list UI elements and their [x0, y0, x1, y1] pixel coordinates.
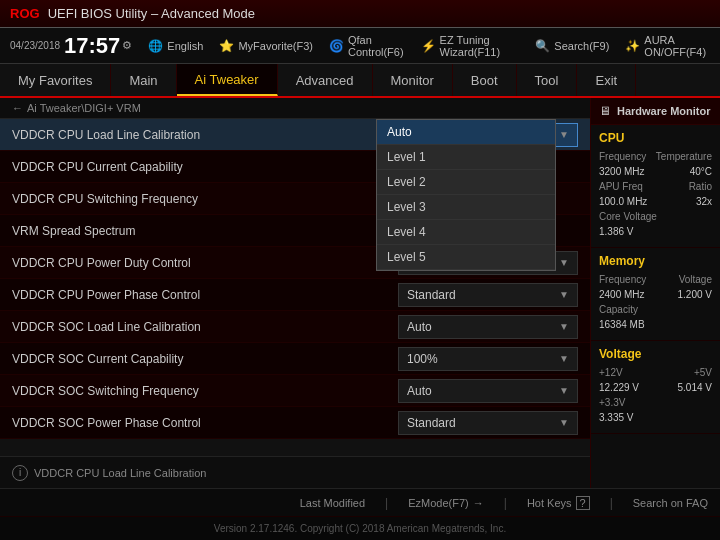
hw-monitor-header: 🖥 Hardware Monitor — [591, 98, 720, 125]
hw-core-volt-row: Core Voltage — [599, 211, 712, 222]
settings-icon[interactable]: ⚙ — [122, 39, 132, 52]
setting-value-text-7: Auto — [407, 320, 432, 334]
hw-monitor-title: Hardware Monitor — [617, 105, 711, 117]
nav-main[interactable]: Main — [111, 64, 176, 96]
hot-keys-button[interactable]: Hot Keys ? — [527, 496, 590, 510]
nav-ai-tweaker[interactable]: Ai Tweaker — [177, 64, 278, 96]
dropdown-option-level4[interactable]: Level 4 — [377, 220, 555, 245]
dropdown-arrow-9: ▼ — [559, 385, 569, 396]
setting-dropdown-6[interactable]: Standard ▼ — [398, 283, 578, 307]
setting-dropdown-8[interactable]: 100% ▼ — [398, 347, 578, 371]
copyright-text: Version 2.17.1246. Copyright (C) 2018 Am… — [214, 523, 506, 534]
tuning-icon: ⚡ — [421, 39, 436, 53]
language-icon: 🌐 — [148, 39, 163, 53]
hw-cpu-section: CPU Frequency Temperature 3200 MHz 40°C … — [591, 125, 720, 248]
dropdown-option-level5[interactable]: Level 5 — [377, 245, 555, 270]
fan-icon: 🌀 — [329, 39, 344, 53]
hw-core-volt-val: 1.386 V — [599, 226, 633, 237]
setting-dropdown-9[interactable]: Auto ▼ — [398, 379, 578, 403]
hardware-monitor-panel: 🖥 Hardware Monitor CPU Frequency Tempera… — [590, 98, 720, 488]
search-label: Search(F9) — [554, 40, 609, 52]
hw-apu-freq-val: 100.0 MHz — [599, 196, 647, 207]
hw-mem-freq-val-row: 2400 MHz 1.200 V — [599, 289, 712, 300]
hot-keys-icon: ? — [576, 496, 590, 510]
setting-label-5: VDDCR CPU Power Duty Control — [12, 256, 398, 270]
setting-label-7: VDDCR SOC Load Line Calibration — [12, 320, 398, 334]
hw-memory-title: Memory — [599, 254, 712, 268]
dropdown-menu: Auto Level 1 Level 2 Level 3 Level 4 Lev… — [376, 119, 556, 271]
breadcrumb-path: Ai Tweaker\DIGI+ VRM — [27, 102, 141, 114]
dropdown-arrow-1: ▼ — [559, 129, 569, 140]
dropdown-option-level2[interactable]: Level 2 — [377, 170, 555, 195]
setting-value-text-9: Auto — [407, 384, 432, 398]
status-bar: Last Modified | EzMode(F7) → | Hot Keys … — [0, 488, 720, 516]
setting-label-6: VDDCR CPU Power Phase Control — [12, 288, 398, 302]
hw-12v-label-row: +12V +5V — [599, 367, 712, 378]
qfan-control-button[interactable]: 🌀 Qfan Control(F6) — [329, 34, 405, 58]
title-bar: ROG UEFI BIOS Utility – Advanced Mode — [0, 0, 720, 28]
hw-voltage-section: Voltage +12V +5V 12.229 V 5.014 V +3.3V … — [591, 341, 720, 434]
dropdown-option-auto[interactable]: Auto — [377, 120, 555, 145]
setting-dropdown-7[interactable]: Auto ▼ — [398, 315, 578, 339]
aura-label: AURA ON/OFF(F4) — [644, 34, 710, 58]
my-favorite-button[interactable]: ⭐ MyFavorite(F3) — [219, 39, 313, 53]
hw-mem-cap-val-row: 16384 MB — [599, 319, 712, 330]
ez-tuning-button[interactable]: ⚡ EZ Tuning Wizard(F11) — [421, 34, 520, 58]
hw-mem-freq-val: 2400 MHz — [599, 289, 645, 300]
status-sep-1: | — [385, 496, 388, 510]
aura-icon: ✨ — [625, 39, 640, 53]
last-modified-button[interactable]: Last Modified — [300, 497, 365, 509]
nav-boot[interactable]: Boot — [453, 64, 517, 96]
breadcrumb: ← Ai Tweaker\DIGI+ VRM — [0, 98, 590, 119]
main-panel: ← Ai Tweaker\DIGI+ VRM VDDCR CPU Load Li… — [0, 98, 590, 488]
search-button[interactable]: 🔍 Search(F9) — [535, 39, 609, 53]
setting-label-8: VDDCR SOC Current Capability — [12, 352, 398, 366]
setting-row-8: VDDCR SOC Current Capability 100% ▼ — [0, 343, 590, 375]
hw-cpu-freq-val: 3200 MHz — [599, 166, 645, 177]
nav-advanced[interactable]: Advanced — [278, 64, 373, 96]
setting-row-1: VDDCR CPU Load Line Calibration Auto ▼ A… — [0, 119, 590, 151]
hw-mem-freq-label-row: Frequency Voltage — [599, 274, 712, 285]
search-icon: 🔍 — [535, 39, 550, 53]
setting-row-7: VDDCR SOC Load Line Calibration Auto ▼ — [0, 311, 590, 343]
my-favorite-label: MyFavorite(F3) — [238, 40, 313, 52]
dropdown-arrow-8: ▼ — [559, 353, 569, 364]
nav-exit[interactable]: Exit — [577, 64, 636, 96]
aura-button[interactable]: ✨ AURA ON/OFF(F4) — [625, 34, 710, 58]
status-sep-2: | — [504, 496, 507, 510]
nav-my-favorites[interactable]: My Favorites — [0, 64, 111, 96]
nav-bar: My Favorites Main Ai Tweaker Advanced Mo… — [0, 64, 720, 98]
setting-value-text-8: 100% — [407, 352, 438, 366]
nav-monitor[interactable]: Monitor — [373, 64, 453, 96]
hw-33v-label-row: +3.3V — [599, 397, 712, 408]
ez-mode-label: EzMode(F7) — [408, 497, 469, 509]
hw-core-volt-val-row: 1.386 V — [599, 226, 712, 237]
search-faq-button[interactable]: Search on FAQ — [633, 497, 708, 509]
setting-dropdown-10[interactable]: Standard ▼ — [398, 411, 578, 435]
hw-mem-volt-label: Voltage — [679, 274, 712, 285]
hw-mem-freq-label: Frequency — [599, 274, 646, 285]
top-bar-items: 🌐 English ⭐ MyFavorite(F3) 🌀 Qfan Contro… — [148, 34, 710, 58]
settings-list: VDDCR CPU Load Line Calibration Auto ▼ A… — [0, 119, 590, 456]
dropdown-option-level3[interactable]: Level 3 — [377, 195, 555, 220]
ez-mode-button[interactable]: EzMode(F7) → — [408, 497, 484, 509]
status-sep-3: | — [610, 496, 613, 510]
setting-label-1: VDDCR CPU Load Line Calibration — [12, 128, 398, 142]
hw-mem-cap-label-row: Capacity — [599, 304, 712, 315]
qfan-label: Qfan Control(F6) — [348, 34, 405, 58]
content-area: ← Ai Tweaker\DIGI+ VRM VDDCR CPU Load Li… — [0, 98, 720, 488]
nav-tool[interactable]: Tool — [517, 64, 578, 96]
monitor-icon: 🖥 — [599, 104, 611, 118]
hw-apu-freq-label: APU Freq — [599, 181, 643, 192]
dropdown-option-level1[interactable]: Level 1 — [377, 145, 555, 170]
hw-mem-volt-val: 1.200 V — [678, 289, 712, 300]
hw-core-volt-label: Core Voltage — [599, 211, 657, 222]
hw-33v-val: 3.335 V — [599, 412, 633, 423]
ez-mode-arrow: → — [473, 497, 484, 509]
info-bar: i VDDCR CPU Load Line Calibration — [0, 456, 590, 488]
hw-5v-label: +5V — [694, 367, 712, 378]
footer: Version 2.17.1246. Copyright (C) 2018 Am… — [0, 516, 720, 540]
language-selector[interactable]: 🌐 English — [148, 39, 203, 53]
hw-33v-label: +3.3V — [599, 397, 625, 408]
rog-logo: ROG — [10, 6, 40, 21]
